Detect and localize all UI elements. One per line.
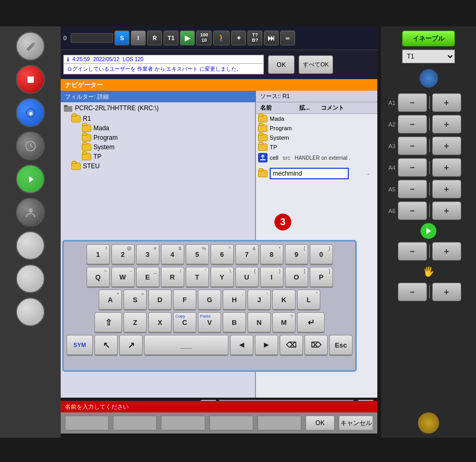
key-f[interactable]: F [173, 290, 196, 311]
axis-a2-plus[interactable]: + [432, 115, 461, 133]
s-button[interactable]: S [115, 31, 129, 45]
pencil-button[interactable] [16, 32, 45, 61]
key-right[interactable]: ► [255, 335, 278, 356]
bottom-cancel-button[interactable]: キャンセル [339, 416, 373, 430]
key-j[interactable]: :J [247, 290, 271, 311]
t2-button[interactable]: T?B? [247, 31, 262, 45]
key-l[interactable]: "L [297, 290, 320, 311]
key-o[interactable]: [O [285, 267, 308, 288]
axis-a6-plus[interactable]: + [432, 201, 461, 220]
key-g[interactable]: G [198, 290, 221, 311]
key-7[interactable]: &7 [235, 244, 259, 265]
key-c[interactable]: CopyC [173, 312, 196, 333]
r-button[interactable]: R [147, 31, 162, 45]
key-sym[interactable]: SYM [66, 335, 93, 356]
key-space[interactable]: ___ [144, 335, 229, 356]
stop-button[interactable] [16, 65, 45, 94]
axis-a5-plus[interactable]: + [432, 180, 461, 198]
tree-root[interactable]: PCRC-2RL7HHTTRE (KRC:\) [61, 102, 255, 114]
skip-button[interactable]: ⏭ [264, 31, 279, 45]
key-2[interactable]: @2 [111, 244, 135, 265]
tree-item-steu[interactable]: STEU [61, 161, 255, 171]
key-u[interactable]: {U [235, 267, 259, 288]
right-play-button[interactable] [421, 223, 436, 239]
key-p[interactable]: ]P [310, 267, 333, 288]
bottom-ok-button[interactable]: OK [306, 416, 335, 430]
file-row-cell[interactable]: cell src HANDLER on external . [256, 152, 377, 163]
file-row-program[interactable]: Program [256, 123, 377, 133]
key-shift[interactable]: ⇧ [94, 312, 122, 333]
key-z[interactable]: Z [123, 312, 147, 333]
key-backspace[interactable]: ⌫ [280, 335, 303, 356]
key-k[interactable]: K [272, 290, 296, 311]
circle-btn-2[interactable] [16, 264, 45, 293]
status-ok-button[interactable]: OK [268, 55, 294, 74]
key-m[interactable]: ?M [272, 312, 296, 333]
key-s[interactable]: =S [123, 290, 147, 311]
hand-icon[interactable]: 🖐 [421, 264, 436, 280]
enable-button[interactable]: イネーブル [402, 31, 455, 46]
axis-last-minus[interactable]: − [398, 283, 427, 301]
axis-a3-minus[interactable]: − [398, 137, 427, 155]
play-left-button[interactable] [16, 165, 45, 194]
key-9[interactable]: (9 [285, 244, 308, 265]
key-q[interactable]: ~Q [87, 267, 110, 288]
axis-last-plus[interactable]: + [432, 283, 461, 301]
axis-a1-plus[interactable]: + [432, 93, 461, 112]
t1-button[interactable]: T1 [164, 31, 178, 45]
key-esc[interactable]: Esc [329, 335, 353, 356]
key-up-right[interactable]: ↗ [119, 335, 142, 356]
nav-button[interactable]: ◉ [16, 98, 45, 127]
tree-item-r1[interactable]: R1 [61, 114, 255, 123]
key-3[interactable]: #3 [136, 244, 159, 265]
key-y[interactable]: \Y [211, 267, 234, 288]
tree-item-system[interactable]: System [61, 142, 255, 152]
filename-input[interactable] [270, 168, 349, 179]
key-8[interactable]: *8 [260, 244, 283, 265]
key-a[interactable]: +A [99, 290, 122, 311]
axis-extra-plus[interactable]: + [432, 242, 461, 261]
file-row-tp[interactable]: TP [256, 142, 377, 152]
clock-button[interactable] [16, 131, 45, 160]
key-enter[interactable]: ↵ [297, 312, 325, 333]
key-5[interactable]: %5 [186, 244, 209, 265]
walk-button[interactable]: 🚶 [213, 31, 230, 45]
axis-a6-minus[interactable]: − [398, 201, 427, 220]
target-button[interactable]: ⌖ [231, 31, 246, 45]
axis-extra-minus[interactable]: − [398, 242, 427, 261]
key-0[interactable]: )0 [310, 244, 333, 265]
key-n[interactable]: N [247, 312, 271, 333]
tree-item-program[interactable]: Program [61, 133, 255, 142]
key-delete[interactable]: ⌦ [304, 335, 328, 356]
key-up-left[interactable]: ↖ [94, 335, 118, 356]
axis-a4-minus[interactable]: − [398, 158, 427, 177]
key-h[interactable]: ;H [223, 290, 246, 311]
key-e[interactable]: _E [136, 267, 159, 288]
axis-a4-plus[interactable]: + [432, 158, 461, 177]
circle-btn-3[interactable] [16, 297, 45, 326]
file-row-system[interactable]: System [256, 133, 377, 142]
key-b[interactable]: B [223, 312, 246, 333]
key-1[interactable]: !1 [87, 244, 110, 265]
status-all-ok-button[interactable]: すべてOK [299, 55, 333, 74]
key-d[interactable]: D [148, 290, 172, 311]
axis-a2-minus[interactable]: − [398, 115, 427, 133]
tree-item-mada[interactable]: Mada [61, 123, 255, 133]
key-v[interactable]: PasteV [198, 312, 221, 333]
key-r[interactable]: /R [161, 267, 184, 288]
key-t[interactable]: 'T [186, 267, 209, 288]
person-button[interactable] [16, 198, 45, 227]
infinity-button[interactable]: ∞ [280, 31, 295, 45]
file-row-mada[interactable]: Mada [256, 114, 377, 123]
key-x[interactable]: X [148, 312, 172, 333]
axis-a5-minus[interactable]: − [398, 180, 427, 198]
i-button[interactable]: I [131, 31, 146, 45]
t1-select[interactable]: T1 T2 AUTO [402, 50, 455, 63]
key-4[interactable]: $4 [161, 244, 184, 265]
key-w[interactable]: -W [111, 267, 135, 288]
play-button[interactable]: ▶ [180, 31, 195, 45]
axis-a3-plus[interactable]: + [432, 137, 461, 155]
axis-a1-minus[interactable]: − [398, 93, 427, 112]
speed-button[interactable]: 10010 [196, 31, 212, 45]
key-left[interactable]: ◄ [230, 335, 253, 356]
